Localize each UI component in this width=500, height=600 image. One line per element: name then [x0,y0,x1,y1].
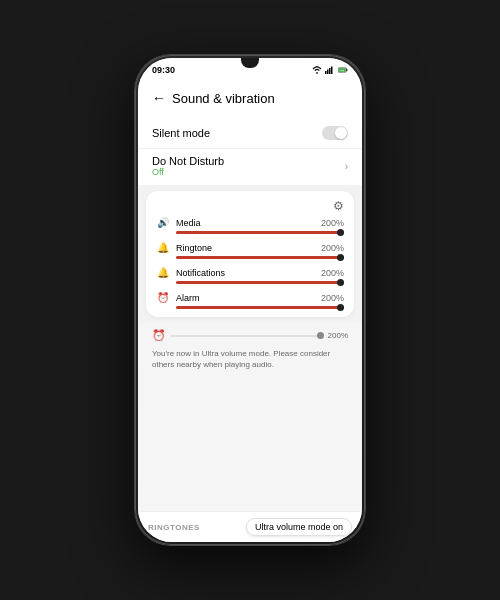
battery-icon: 100 [338,65,348,75]
gear-icon[interactable]: ⚙ [333,199,344,213]
media-volume-row: 🔊 Media 200% [156,217,344,228]
outer-alarm-row: ⏰ 200% [152,329,348,342]
alarm-volume-item: ⏰ Alarm 200% [156,292,344,309]
svg-rect-2 [327,70,329,75]
wifi-icon [312,65,322,75]
alarm-icon: ⏰ [156,292,170,303]
notifications-percent: 200% [321,268,344,278]
dnd-row[interactable]: Do Not Disturb Off › [138,149,362,185]
silent-mode-toggle[interactable] [322,126,348,140]
ringtone-icon: 🔔 [156,242,170,253]
settings-list: Silent mode Do Not Disturb Off › [138,118,362,185]
volume-card: ⚙ 🔊 Media 200% 🔔 Ringtone 2 [146,191,354,317]
svg-rect-6 [347,69,348,71]
ringtone-slider[interactable] [176,256,344,259]
dnd-title: Do Not Disturb [152,155,224,167]
ringtone-label: Ringtone [176,243,315,253]
bottom-bar: RINGTONES Ultra volume mode on [138,511,362,542]
dnd-status: Off [152,167,224,177]
ringtone-slider-fill [176,256,344,259]
svg-point-0 [316,72,318,74]
notifications-icon: 🔔 [156,267,170,278]
dnd-text: Do Not Disturb Off [152,155,224,177]
outer-alarm-thumb [317,332,324,339]
alarm-percent: 200% [321,293,344,303]
back-button[interactable]: ← [152,90,166,106]
toggle-knob [335,127,347,139]
gear-row: ⚙ [156,199,344,213]
alarm-slider-fill [176,306,344,309]
ringtone-volume-row: 🔔 Ringtone 200% [156,242,344,253]
status-time: 09:30 [152,65,175,75]
bottom-area: ⏰ 200% You're now in Ultra volume mode. … [138,323,362,511]
outer-alarm-percent: 200% [328,331,348,340]
media-label: Media [176,218,315,228]
outer-alarm-track[interactable] [170,335,324,337]
alarm-volume-row: ⏰ Alarm 200% [156,292,344,303]
media-volume-item: 🔊 Media 200% [156,217,344,234]
ringtone-percent: 200% [321,243,344,253]
ultra-volume-badge[interactable]: Ultra volume mode on [246,518,352,536]
signal-icon [325,65,335,75]
notifications-slider-thumb [337,279,344,286]
back-row: ← Sound & vibration [152,90,348,106]
outer-alarm-icon: ⏰ [152,329,166,342]
notifications-slider[interactable] [176,281,344,284]
page-header: ← Sound & vibration [138,82,362,118]
alarm-slider-thumb [337,304,344,311]
alarm-label: Alarm [176,293,315,303]
media-percent: 200% [321,218,344,228]
outer-alarm-section: ⏰ 200% You're now in Ultra volume mode. … [152,329,348,370]
status-bar: 09:30 [138,58,362,82]
media-slider[interactable] [176,231,344,234]
ringtone-volume-item: 🔔 Ringtone 200% [156,242,344,259]
alarm-slider[interactable] [176,306,344,309]
media-slider-thumb [337,229,344,236]
phone-screen: 09:30 [138,58,362,542]
notifications-volume-item: 🔔 Notifications 200% [156,267,344,284]
media-slider-fill [176,231,344,234]
page-title: Sound & vibration [172,91,275,106]
ultra-notice: You're now in Ultra volume mode. Please … [152,348,348,370]
svg-text:100: 100 [340,69,345,72]
notifications-slider-fill [176,281,344,284]
ringtones-label: RINGTONES [148,523,200,532]
chevron-right-icon: › [345,161,348,172]
svg-rect-3 [329,68,331,74]
notch [241,58,259,68]
status-icons: 100 [312,65,348,75]
svg-rect-1 [325,71,327,74]
silent-mode-row[interactable]: Silent mode [138,118,362,149]
silent-mode-label: Silent mode [152,127,210,139]
media-icon: 🔊 [156,217,170,228]
notifications-volume-row: 🔔 Notifications 200% [156,267,344,278]
ringtone-slider-thumb [337,254,344,261]
phone-frame: 09:30 [135,55,365,545]
svg-rect-4 [331,67,333,75]
notifications-label: Notifications [176,268,315,278]
